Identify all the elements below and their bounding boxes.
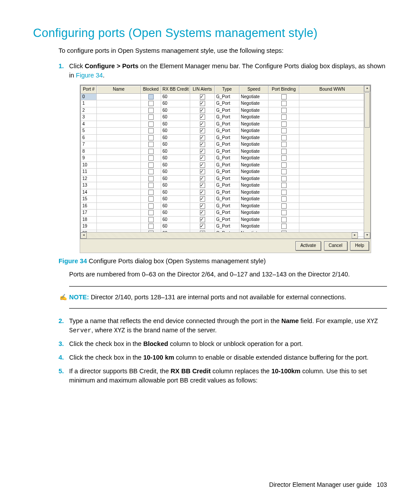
checkbox-icon[interactable] (148, 203, 154, 209)
table-row[interactable]: 1860G_PortNegotiate (81, 216, 365, 223)
port-binding-cell[interactable] (269, 223, 299, 230)
checkbox-icon[interactable] (200, 108, 205, 113)
type-cell[interactable]: G_Port (215, 93, 239, 100)
name-cell[interactable] (97, 134, 141, 141)
rx-credit-cell[interactable]: 60 (161, 196, 190, 203)
port-cell[interactable]: 11 (81, 169, 97, 176)
bound-wwn-cell[interactable] (299, 93, 365, 100)
port-cell[interactable]: 19 (81, 223, 97, 230)
checkbox-icon[interactable] (148, 183, 154, 188)
bound-wwn-cell[interactable] (299, 162, 365, 169)
rx-credit-cell[interactable]: 60 (161, 202, 190, 210)
checkbox-icon[interactable] (200, 217, 205, 222)
column-header[interactable]: Type (215, 86, 239, 94)
checkbox-icon[interactable] (200, 94, 205, 99)
figure-link[interactable]: Figure 34 (76, 72, 103, 79)
blocked-cell[interactable] (141, 100, 161, 107)
checkbox-icon[interactable] (148, 190, 154, 195)
blocked-cell[interactable] (141, 210, 161, 217)
column-header[interactable]: Port Binding (269, 86, 299, 94)
lin-alerts-cell[interactable] (190, 93, 215, 100)
lin-alerts-cell[interactable] (190, 202, 215, 210)
scroll-left-arrow-icon[interactable]: ◂ (81, 232, 87, 239)
table-row[interactable]: 060G_PortNegotiate (81, 93, 365, 100)
rx-credit-cell[interactable]: 60 (161, 162, 190, 169)
table-row[interactable]: 460G_PortNegotiate (81, 121, 365, 128)
checkbox-icon[interactable] (148, 217, 154, 222)
port-cell[interactable]: 8 (81, 148, 97, 155)
checkbox-icon[interactable] (200, 155, 205, 161)
help-button[interactable]: Help (350, 241, 369, 250)
checkbox-icon[interactable] (200, 114, 205, 120)
speed-cell[interactable]: Negotiate (239, 202, 269, 210)
speed-cell[interactable]: Negotiate (239, 107, 269, 114)
name-cell[interactable] (97, 210, 141, 217)
port-cell[interactable]: 7 (81, 141, 97, 148)
port-cell[interactable]: 3 (81, 114, 97, 121)
rx-credit-cell[interactable]: 60 (161, 169, 190, 176)
checkbox-icon[interactable] (281, 149, 287, 154)
activate-button[interactable]: Activate (295, 241, 321, 250)
checkbox-icon[interactable] (200, 135, 205, 140)
table-row[interactable]: 1660G_PortNegotiate (81, 202, 365, 210)
table-row[interactable]: 1160G_PortNegotiate (81, 169, 365, 176)
port-cell[interactable]: 13 (81, 182, 97, 189)
lin-alerts-cell[interactable] (190, 162, 215, 169)
blocked-cell[interactable] (141, 196, 161, 203)
port-cell[interactable]: 4 (81, 121, 97, 128)
type-cell[interactable]: G_Port (215, 189, 239, 196)
port-cell[interactable]: 1 (81, 100, 97, 107)
bound-wwn-cell[interactable] (299, 155, 365, 162)
checkbox-icon[interactable] (148, 162, 154, 168)
checkbox-icon[interactable] (200, 162, 205, 168)
checkbox-icon[interactable] (148, 169, 154, 174)
bound-wwn-cell[interactable] (299, 128, 365, 135)
name-cell[interactable] (97, 128, 141, 135)
checkbox-icon[interactable] (148, 224, 154, 229)
name-cell[interactable] (97, 155, 141, 162)
blocked-cell[interactable] (141, 93, 161, 100)
type-cell[interactable]: G_Port (215, 148, 239, 155)
blocked-cell[interactable] (141, 189, 161, 196)
checkbox-icon[interactable] (281, 128, 287, 133)
name-cell[interactable] (97, 196, 141, 203)
table-row[interactable]: 960G_PortNegotiate (81, 155, 365, 162)
rx-credit-cell[interactable]: 60 (161, 210, 190, 217)
port-cell[interactable]: 2 (81, 107, 97, 114)
checkbox-icon[interactable] (148, 135, 154, 140)
lin-alerts-cell[interactable] (190, 134, 215, 141)
speed-cell[interactable]: Negotiate (239, 175, 269, 182)
table-row[interactable]: 1260G_PortNegotiate (81, 175, 365, 182)
blocked-cell[interactable] (141, 223, 161, 230)
bound-wwn-cell[interactable] (299, 141, 365, 148)
type-cell[interactable]: G_Port (215, 202, 239, 210)
checkbox-icon[interactable] (281, 135, 287, 140)
type-cell[interactable]: G_Port (215, 210, 239, 217)
name-cell[interactable] (97, 93, 141, 100)
rx-credit-cell[interactable]: 60 (161, 175, 190, 182)
rx-credit-cell[interactable]: 60 (161, 134, 190, 141)
checkbox-icon[interactable] (281, 162, 287, 168)
speed-cell[interactable]: Negotiate (239, 189, 269, 196)
port-cell[interactable]: 9 (81, 155, 97, 162)
type-cell[interactable]: G_Port (215, 162, 239, 169)
port-binding-cell[interactable] (269, 196, 299, 203)
speed-cell[interactable]: Negotiate (239, 162, 269, 169)
speed-cell[interactable]: Negotiate (239, 148, 269, 155)
lin-alerts-cell[interactable] (190, 169, 215, 176)
checkbox-icon[interactable] (148, 94, 154, 99)
checkbox-icon[interactable] (200, 224, 205, 229)
checkbox-icon[interactable] (148, 114, 154, 120)
type-cell[interactable]: G_Port (215, 169, 239, 176)
port-cell[interactable]: 16 (81, 202, 97, 210)
bound-wwn-cell[interactable] (299, 182, 365, 189)
name-cell[interactable] (97, 121, 141, 128)
table-row[interactable]: 260G_PortNegotiate (81, 107, 365, 114)
type-cell[interactable]: G_Port (215, 216, 239, 223)
bound-wwn-cell[interactable] (299, 169, 365, 176)
table-row[interactable]: 1460G_PortNegotiate (81, 189, 365, 196)
name-cell[interactable] (97, 189, 141, 196)
bound-wwn-cell[interactable] (299, 148, 365, 155)
blocked-cell[interactable] (141, 169, 161, 176)
type-cell[interactable]: G_Port (215, 107, 239, 114)
